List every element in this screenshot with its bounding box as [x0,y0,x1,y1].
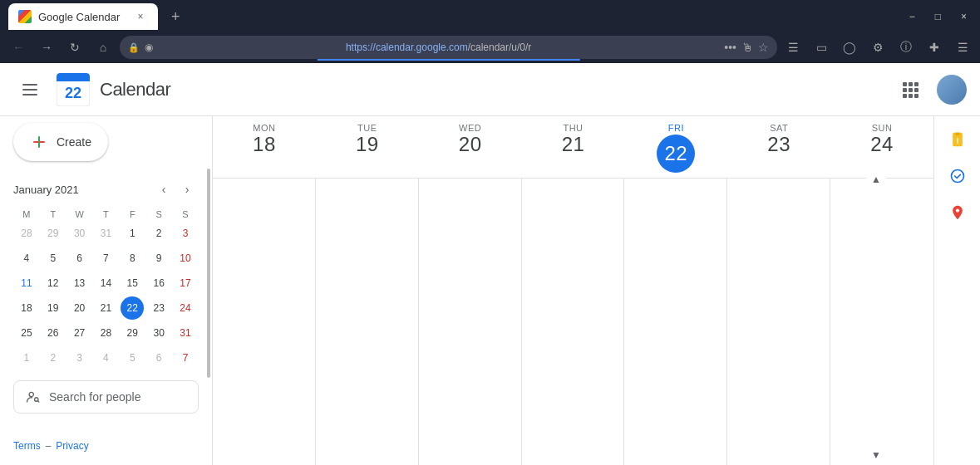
hamburger-menu-button[interactable] [13,73,47,106]
calendar-day-header[interactable]: WED20 [419,116,522,178]
new-tab-button[interactable]: + [165,5,187,29]
mini-cal-day[interactable]: 2 [40,345,66,370]
mini-cal-day[interactable]: 10 [172,246,199,271]
mini-cal-day[interactable]: 1 [13,345,40,370]
addon-icon[interactable]: ✚ [923,37,945,58]
tab-close-button[interactable]: × [133,9,148,24]
calendar-scroll-down-button[interactable]: ▼ [866,445,886,465]
window-maximize-button[interactable]: □ [930,9,946,24]
pocket-icon[interactable]: 🖱 [741,41,753,54]
mini-cal-day[interactable]: 23 [145,296,172,321]
mini-cal-day[interactable]: 21 [93,296,120,321]
search-people-button[interactable]: Search for people [13,380,199,414]
mini-cal-day[interactable]: 11 [13,271,40,296]
terms-link[interactable]: Terms [13,440,41,452]
mini-cal-day[interactable]: 24 [172,296,199,321]
mini-cal-day[interactable]: 30 [66,221,93,246]
user-avatar[interactable] [937,75,967,105]
calendar-day-cell[interactable] [830,179,933,465]
url-display: https://calendar.google.com/calendar/u/0… [158,42,719,53]
mini-cal-day[interactable]: 30 [145,321,172,345]
nav-bar: ← → ↻ ⌂ 🔒 ◉ https://calendar.google.com/… [0,33,980,63]
mini-cal-day[interactable]: 26 [40,321,66,345]
calendar-day-cell[interactable] [419,179,522,465]
svg-rect-7 [903,88,907,92]
mini-cal-day[interactable]: 22 [119,296,145,321]
calendar-day-cell[interactable] [213,179,316,465]
tasks-icon-button[interactable] [941,159,974,193]
mini-cal-day[interactable]: 31 [172,321,199,345]
calendar-day-header[interactable]: THU21 [522,116,625,178]
mini-cal-day[interactable]: 13 [66,271,93,296]
calendar-scroll-up-button[interactable]: ▲ [866,169,886,189]
address-bar[interactable]: 🔒 ◉ https://calendar.google.com/calendar… [120,36,777,59]
calendar-day-header[interactable]: SUN24 [830,116,933,178]
svg-rect-2 [57,78,90,81]
mini-cal-day[interactable]: 27 [66,321,93,345]
calendar-day-header[interactable]: FRI22 [624,116,727,178]
mini-cal-day[interactable]: 17 [172,271,199,296]
mini-cal-day[interactable]: 3 [66,345,93,370]
mini-cal-day[interactable]: 20 [66,296,93,321]
browser-tab[interactable]: Google Calendar × [8,3,158,30]
calendar-area: ▲ MON18TUE19WED20THU21FRI22SAT23SUN24 ▼ [213,116,933,465]
mini-cal-next-button[interactable]: › [175,178,199,201]
window-close-button[interactable]: × [956,9,972,24]
mini-cal-day[interactable]: 25 [13,321,40,345]
mini-cal-day[interactable]: 8 [119,246,145,271]
sidebar-scrollbar[interactable] [205,116,212,465]
mini-cal-prev-button[interactable]: ‹ [152,178,175,201]
menu-icon[interactable]: ☰ [952,37,973,58]
mini-cal-day[interactable]: 29 [119,321,145,345]
keep-icon-button[interactable] [941,123,974,156]
create-button[interactable]: Create [13,123,108,161]
mini-cal-day[interactable]: 6 [66,246,93,271]
mini-cal-day[interactable]: 3 [172,221,199,246]
mini-cal-day[interactable]: 29 [40,221,66,246]
settings-icon[interactable]: ⚙ [867,37,889,58]
reload-button[interactable]: ↻ [63,36,86,59]
calendar-day-header[interactable]: TUE19 [316,116,419,178]
mini-cal-day[interactable]: 7 [93,246,120,271]
day-header-mon: M [13,208,40,221]
bookmark-icon[interactable]: ☆ [758,41,769,54]
google-apps-button[interactable] [894,73,927,106]
more-options-icon[interactable]: ••• [724,41,736,54]
mini-cal-day[interactable]: 4 [93,345,120,370]
calendar-day-header[interactable]: MON18 [213,116,316,178]
mini-cal-day[interactable]: 5 [119,345,145,370]
mini-cal-day[interactable]: 28 [13,221,40,246]
calendar-day-header[interactable]: SAT23 [727,116,830,178]
maps-icon-button[interactable] [941,196,974,229]
account-icon[interactable]: ◯ [839,37,860,58]
day-header-sun: S [172,208,199,221]
calendar-day-cell[interactable] [624,179,727,465]
home-button[interactable]: ⌂ [91,36,115,59]
mini-cal-day[interactable]: 31 [93,221,120,246]
calendar-day-cell[interactable] [522,179,625,465]
window-controls: − □ × [904,9,972,24]
mini-cal-day[interactable]: 9 [145,246,172,271]
mini-cal-day[interactable]: 18 [13,296,40,321]
mini-cal-day[interactable]: 19 [40,296,66,321]
extensions-icon[interactable]: ☰ [782,37,804,58]
privacy-link[interactable]: Privacy [56,440,88,452]
forward-button[interactable]: → [35,36,58,59]
mini-cal-day[interactable]: 28 [93,321,120,345]
mini-cal-day[interactable]: 14 [93,271,120,296]
mini-cal-day[interactable]: 16 [145,271,172,296]
pocket-save-icon[interactable]: ▭ [810,37,832,58]
mini-cal-day[interactable]: 2 [145,221,172,246]
mini-cal-day[interactable]: 15 [119,271,145,296]
mini-cal-day[interactable]: 4 [13,246,40,271]
calendar-day-cell[interactable] [316,179,419,465]
mini-cal-day[interactable]: 5 [40,246,66,271]
mini-cal-day[interactable]: 1 [119,221,145,246]
back-button[interactable]: ← [7,36,30,59]
mini-cal-day[interactable]: 6 [145,345,172,370]
mini-cal-day[interactable]: 12 [40,271,66,296]
calendar-day-cell[interactable] [727,179,830,465]
window-minimize-button[interactable]: − [904,9,920,24]
mini-cal-day[interactable]: 7 [172,345,199,370]
help-icon[interactable]: ⓘ [895,37,917,58]
